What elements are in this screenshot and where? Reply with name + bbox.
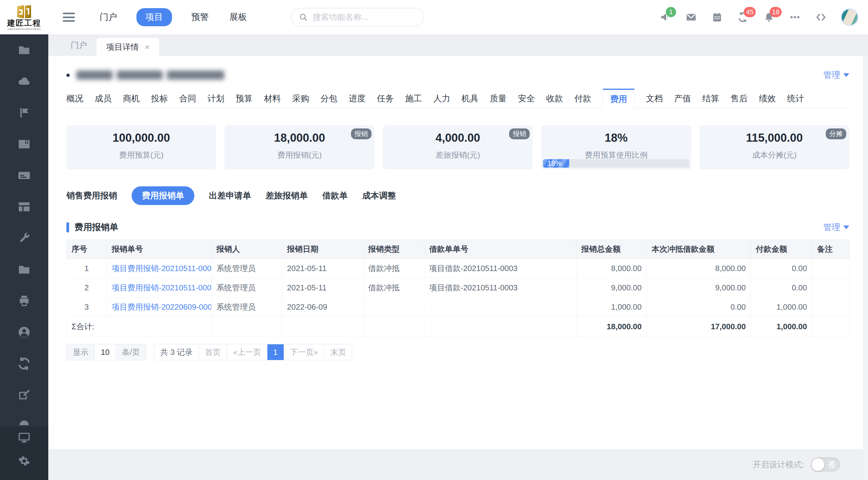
subtab[interactable]: 成本调整 [362, 186, 396, 205]
project-tab[interactable]: 绩效 [759, 89, 776, 108]
gear-icon[interactable] [0, 455, 48, 467]
project-tab[interactable]: 材料 [264, 89, 281, 108]
expense-no-link[interactable]: 项目费用报销-20220609-0008 [112, 302, 212, 311]
tab-project-detail[interactable]: 项目详情 × [97, 38, 159, 56]
mail-icon [685, 11, 697, 23]
sync-button[interactable]: 45 [737, 11, 749, 23]
calendar-button[interactable] [711, 11, 723, 23]
current-page-button[interactable]: 1 [268, 344, 284, 360]
project-tab[interactable]: 安全 [518, 89, 535, 108]
next-page-button[interactable]: 下一页» [284, 344, 324, 360]
project-tab[interactable]: 商机 [123, 89, 140, 108]
stat-label: 费用预算使用比例 [585, 150, 647, 161]
project-manage-dropdown[interactable]: 管理 [823, 69, 849, 81]
toggle-knob [812, 458, 824, 471]
primary-nav: 门户项目预警展板 [98, 8, 248, 26]
project-tab[interactable]: 人力 [433, 89, 450, 108]
close-tab-icon[interactable]: × [145, 42, 149, 52]
cell-person: 系统管理员 [212, 259, 282, 278]
project-tab[interactable]: 合同 [179, 89, 196, 108]
project-tab[interactable]: 付款 [574, 89, 591, 108]
cloud-icon[interactable] [0, 66, 48, 97]
stat-value: 100,000.00 [113, 132, 170, 144]
cell-type: 借款冲抵 [363, 259, 424, 278]
first-page-button[interactable]: 首页 [199, 344, 227, 360]
project-tab[interactable]: 机具 [462, 89, 478, 108]
mail-button[interactable] [685, 11, 697, 23]
printer-icon[interactable] [0, 285, 48, 317]
subtab[interactable]: 借款单 [322, 186, 348, 205]
monitor-icon[interactable] [0, 431, 48, 444]
folder2-icon[interactable] [0, 254, 48, 285]
user-circle-icon[interactable] [0, 317, 48, 348]
code-button[interactable] [815, 11, 827, 23]
project-tab[interactable]: 预算 [236, 89, 253, 108]
prev-page-button[interactable]: «上一页 [227, 344, 267, 360]
project-tab[interactable]: 收款 [546, 89, 563, 108]
cell-offset: 9,000.00 [647, 278, 751, 298]
flag-icon[interactable] [0, 97, 48, 129]
nav-item[interactable]: 展板 [228, 8, 248, 26]
notifications-button[interactable]: 18 [763, 11, 775, 23]
left-sidebar [0, 34, 48, 480]
project-tab[interactable]: 采购 [292, 89, 309, 108]
project-tab[interactable]: 售后 [731, 89, 748, 108]
tab-project-detail-label: 项目详情 [106, 42, 139, 53]
edit-icon[interactable] [0, 379, 48, 411]
search-input[interactable] [313, 13, 409, 22]
stat-value: 4,000.00 [435, 132, 480, 144]
col-pay: 付款金额 [751, 240, 812, 259]
nav-item[interactable]: 门户 [98, 8, 118, 26]
subtab[interactable]: 出差申请单 [209, 186, 251, 205]
project-tab[interactable]: 文档 [646, 89, 663, 108]
project-tab[interactable]: 任务 [377, 89, 394, 108]
col-total: 报销总金额 [577, 240, 647, 259]
expense-no-link[interactable]: 项目费用报销-20210511-0005 [112, 283, 212, 292]
nav-item[interactable]: 项目 [136, 8, 172, 26]
nav-item[interactable]: 预警 [190, 8, 210, 26]
tab-portal[interactable]: 门户 [61, 34, 97, 56]
project-tab[interactable]: 进度 [349, 89, 366, 108]
folder-icon[interactable] [0, 34, 48, 66]
id-card-icon[interactable] [0, 160, 48, 191]
announcement-button[interactable]: 1 [659, 11, 671, 23]
code-icon [815, 11, 827, 23]
project-tab[interactable]: 统计 [787, 89, 804, 108]
section-manage-dropdown[interactable]: 管理 [823, 221, 849, 233]
project-tab[interactable]: 产值 [674, 89, 691, 108]
table-summary-row: Σ合计: 18,000.00 17,000.00 1,000.00 [67, 317, 849, 337]
dashboard-icon[interactable] [0, 191, 48, 222]
avatar[interactable] [841, 8, 858, 26]
book-icon[interactable] [0, 129, 48, 160]
subtab[interactable]: 销售费用报销 [66, 186, 117, 205]
design-mode-toggle[interactable]: 否 [811, 457, 840, 472]
project-tab[interactable]: 计划 [208, 89, 224, 108]
cell-index: 1 [67, 259, 107, 278]
project-tab[interactable]: 费用 [603, 89, 635, 108]
table-row: 1 项目费用报销-20210511-0004 系统管理员 2021-05-11 … [67, 259, 849, 278]
last-page-button[interactable]: 末页 [324, 344, 352, 360]
page-size-value[interactable]: 10 [95, 344, 116, 360]
project-tab[interactable]: 投标 [151, 89, 168, 108]
menu-toggle-icon[interactable] [63, 13, 75, 22]
subtab[interactable]: 差旅报销单 [266, 186, 308, 205]
refresh-icon[interactable] [0, 348, 48, 379]
cell-pay: 0.00 [751, 278, 812, 298]
subtab[interactable]: 费用报销单 [132, 186, 194, 205]
section-header: 费用报销单 管理 [66, 221, 849, 233]
project-tab[interactable]: 概况 [66, 89, 83, 108]
stat-card-expense: 报销 18,000.00 费用报销(元) [224, 126, 374, 169]
project-tab[interactable]: 质量 [490, 89, 507, 108]
expense-no-link[interactable]: 项目费用报销-20210511-0004 [112, 264, 212, 273]
global-search[interactable] [291, 8, 424, 27]
cell-type: 借款冲抵 [363, 278, 424, 298]
more-button[interactable] [789, 11, 801, 23]
project-tab[interactable]: 结算 [702, 89, 719, 108]
toolbar-icons: 1 45 18 [659, 8, 868, 26]
wrench-icon[interactable] [0, 222, 48, 254]
project-tab[interactable]: 分包 [320, 89, 337, 108]
project-tab[interactable]: 施工 [405, 89, 422, 108]
scrollbar-track[interactable] [863, 56, 868, 480]
summary-offset: 17,000.00 [647, 317, 751, 337]
project-tab[interactable]: 成员 [95, 89, 112, 108]
